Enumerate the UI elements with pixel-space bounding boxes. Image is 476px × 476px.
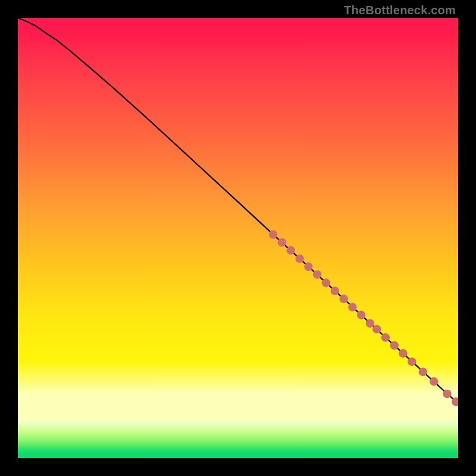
watermark-text: TheBottleneck.com: [344, 4, 456, 17]
data-point: [339, 295, 347, 303]
data-point: [348, 303, 356, 311]
data-point: [408, 358, 416, 366]
data-point: [372, 325, 381, 333]
data-point: [430, 377, 438, 386]
data-point: [287, 246, 295, 255]
chart-svg-layer: [18, 18, 458, 458]
data-point: [381, 333, 390, 342]
data-point: [304, 262, 312, 271]
data-point: [390, 341, 399, 349]
data-point: [399, 349, 407, 358]
chart-frame: TheBottleneck.com: [0, 0, 476, 476]
data-point: [357, 311, 365, 319]
data-point: [322, 278, 330, 287]
data-point: [419, 368, 427, 376]
data-point: [366, 319, 374, 327]
data-point: [313, 270, 321, 278]
data-point: [269, 230, 277, 239]
data-point: [278, 238, 286, 246]
data-point: [331, 287, 339, 295]
plot-area: [18, 18, 458, 458]
data-markers: [269, 230, 458, 406]
data-point: [295, 255, 303, 263]
data-point: [443, 390, 451, 398]
